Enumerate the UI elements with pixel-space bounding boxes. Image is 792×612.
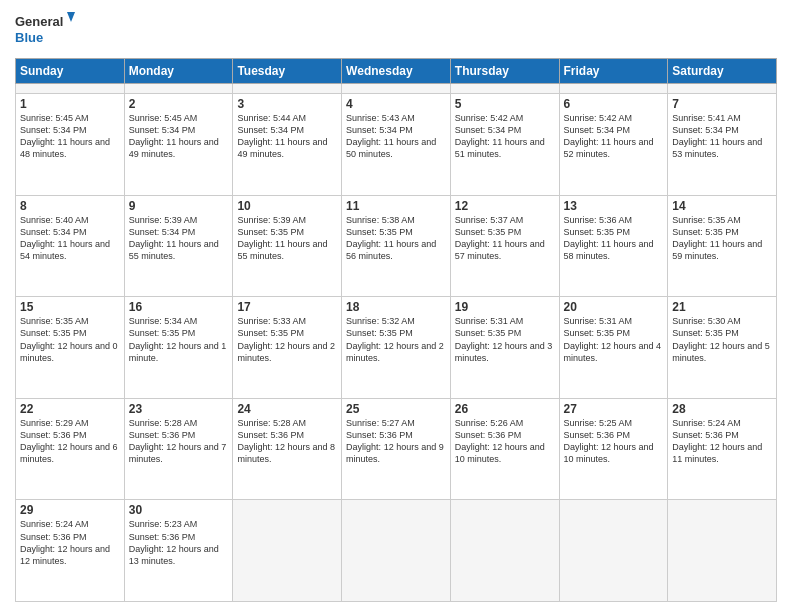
weekday-header-cell: Monday xyxy=(124,59,233,84)
calendar-day-cell: 6 Sunrise: 5:42 AM Sunset: 5:34 PM Dayli… xyxy=(559,94,668,196)
calendar-day-cell xyxy=(342,84,451,94)
weekday-header-cell: Tuesday xyxy=(233,59,342,84)
sunrise-label: Sunrise: 5:35 AM xyxy=(20,316,89,326)
daylight-label: Daylight: 12 hours and 12 minutes. xyxy=(20,544,110,566)
day-number: 11 xyxy=(346,199,446,213)
sunset-label: Sunset: 5:34 PM xyxy=(129,125,196,135)
calendar-day-cell: 23 Sunrise: 5:28 AM Sunset: 5:36 PM Dayl… xyxy=(124,398,233,500)
sunrise-label: Sunrise: 5:42 AM xyxy=(455,113,524,123)
calendar-day-cell: 8 Sunrise: 5:40 AM Sunset: 5:34 PM Dayli… xyxy=(16,195,125,297)
day-info: Sunrise: 5:42 AM Sunset: 5:34 PM Dayligh… xyxy=(564,112,664,161)
day-number: 4 xyxy=(346,97,446,111)
sunset-label: Sunset: 5:34 PM xyxy=(564,125,631,135)
calendar-day-cell xyxy=(233,500,342,602)
daylight-label: Daylight: 11 hours and 50 minutes. xyxy=(346,137,436,159)
logo: General Blue xyxy=(15,10,75,52)
sunrise-label: Sunrise: 5:24 AM xyxy=(20,519,89,529)
day-number: 1 xyxy=(20,97,120,111)
calendar-day-cell xyxy=(668,84,777,94)
day-info: Sunrise: 5:35 AM Sunset: 5:35 PM Dayligh… xyxy=(20,315,120,364)
sunset-label: Sunset: 5:34 PM xyxy=(129,227,196,237)
daylight-label: Daylight: 11 hours and 52 minutes. xyxy=(564,137,654,159)
calendar-day-cell xyxy=(16,84,125,94)
day-info: Sunrise: 5:43 AM Sunset: 5:34 PM Dayligh… xyxy=(346,112,446,161)
sunset-label: Sunset: 5:34 PM xyxy=(346,125,413,135)
calendar-day-cell xyxy=(559,84,668,94)
day-number: 29 xyxy=(20,503,120,517)
day-info: Sunrise: 5:45 AM Sunset: 5:34 PM Dayligh… xyxy=(129,112,229,161)
sunrise-label: Sunrise: 5:30 AM xyxy=(672,316,741,326)
day-number: 8 xyxy=(20,199,120,213)
sunrise-label: Sunrise: 5:39 AM xyxy=(237,215,306,225)
calendar-week-row: 15 Sunrise: 5:35 AM Sunset: 5:35 PM Dayl… xyxy=(16,297,777,399)
day-info: Sunrise: 5:45 AM Sunset: 5:34 PM Dayligh… xyxy=(20,112,120,161)
daylight-label: Daylight: 11 hours and 58 minutes. xyxy=(564,239,654,261)
calendar-day-cell: 19 Sunrise: 5:31 AM Sunset: 5:35 PM Dayl… xyxy=(450,297,559,399)
day-info: Sunrise: 5:34 AM Sunset: 5:35 PM Dayligh… xyxy=(129,315,229,364)
sunset-label: Sunset: 5:36 PM xyxy=(129,430,196,440)
daylight-label: Daylight: 11 hours and 54 minutes. xyxy=(20,239,110,261)
day-info: Sunrise: 5:42 AM Sunset: 5:34 PM Dayligh… xyxy=(455,112,555,161)
sunset-label: Sunset: 5:35 PM xyxy=(346,328,413,338)
day-info: Sunrise: 5:39 AM Sunset: 5:35 PM Dayligh… xyxy=(237,214,337,263)
calendar-body: 1 Sunrise: 5:45 AM Sunset: 5:34 PM Dayli… xyxy=(16,84,777,602)
sunrise-label: Sunrise: 5:34 AM xyxy=(129,316,198,326)
day-number: 26 xyxy=(455,402,555,416)
sunrise-label: Sunrise: 5:43 AM xyxy=(346,113,415,123)
day-info: Sunrise: 5:28 AM Sunset: 5:36 PM Dayligh… xyxy=(129,417,229,466)
calendar-day-cell xyxy=(124,84,233,94)
sunrise-label: Sunrise: 5:25 AM xyxy=(564,418,633,428)
calendar-day-cell: 15 Sunrise: 5:35 AM Sunset: 5:35 PM Dayl… xyxy=(16,297,125,399)
calendar-day-cell: 29 Sunrise: 5:24 AM Sunset: 5:36 PM Dayl… xyxy=(16,500,125,602)
sunrise-label: Sunrise: 5:31 AM xyxy=(564,316,633,326)
day-info: Sunrise: 5:24 AM Sunset: 5:36 PM Dayligh… xyxy=(20,518,120,567)
daylight-label: Daylight: 12 hours and 8 minutes. xyxy=(237,442,335,464)
sunrise-label: Sunrise: 5:26 AM xyxy=(455,418,524,428)
day-number: 12 xyxy=(455,199,555,213)
calendar-day-cell xyxy=(233,84,342,94)
day-info: Sunrise: 5:23 AM Sunset: 5:36 PM Dayligh… xyxy=(129,518,229,567)
day-number: 14 xyxy=(672,199,772,213)
daylight-label: Daylight: 11 hours and 57 minutes. xyxy=(455,239,545,261)
daylight-label: Daylight: 11 hours and 49 minutes. xyxy=(129,137,219,159)
day-info: Sunrise: 5:24 AM Sunset: 5:36 PM Dayligh… xyxy=(672,417,772,466)
day-number: 16 xyxy=(129,300,229,314)
sunset-label: Sunset: 5:36 PM xyxy=(20,532,87,542)
sunset-label: Sunset: 5:35 PM xyxy=(237,227,304,237)
day-info: Sunrise: 5:29 AM Sunset: 5:36 PM Dayligh… xyxy=(20,417,120,466)
sunset-label: Sunset: 5:35 PM xyxy=(564,227,631,237)
day-info: Sunrise: 5:28 AM Sunset: 5:36 PM Dayligh… xyxy=(237,417,337,466)
sunset-label: Sunset: 5:34 PM xyxy=(237,125,304,135)
daylight-label: Daylight: 12 hours and 10 minutes. xyxy=(455,442,545,464)
day-info: Sunrise: 5:32 AM Sunset: 5:35 PM Dayligh… xyxy=(346,315,446,364)
day-info: Sunrise: 5:40 AM Sunset: 5:34 PM Dayligh… xyxy=(20,214,120,263)
calendar-day-cell: 10 Sunrise: 5:39 AM Sunset: 5:35 PM Dayl… xyxy=(233,195,342,297)
day-number: 21 xyxy=(672,300,772,314)
daylight-label: Daylight: 12 hours and 11 minutes. xyxy=(672,442,762,464)
day-info: Sunrise: 5:33 AM Sunset: 5:35 PM Dayligh… xyxy=(237,315,337,364)
daylight-label: Daylight: 12 hours and 3 minutes. xyxy=(455,341,553,363)
daylight-label: Daylight: 12 hours and 1 minute. xyxy=(129,341,227,363)
calendar-day-cell: 9 Sunrise: 5:39 AM Sunset: 5:34 PM Dayli… xyxy=(124,195,233,297)
calendar: SundayMondayTuesdayWednesdayThursdayFrid… xyxy=(15,58,777,602)
sunrise-label: Sunrise: 5:35 AM xyxy=(672,215,741,225)
daylight-label: Daylight: 12 hours and 4 minutes. xyxy=(564,341,662,363)
day-number: 20 xyxy=(564,300,664,314)
calendar-day-cell xyxy=(450,500,559,602)
daylight-label: Daylight: 11 hours and 53 minutes. xyxy=(672,137,762,159)
calendar-day-cell: 26 Sunrise: 5:26 AM Sunset: 5:36 PM Dayl… xyxy=(450,398,559,500)
day-info: Sunrise: 5:37 AM Sunset: 5:35 PM Dayligh… xyxy=(455,214,555,263)
calendar-day-cell: 21 Sunrise: 5:30 AM Sunset: 5:35 PM Dayl… xyxy=(668,297,777,399)
weekday-header: SundayMondayTuesdayWednesdayThursdayFrid… xyxy=(16,59,777,84)
day-info: Sunrise: 5:31 AM Sunset: 5:35 PM Dayligh… xyxy=(564,315,664,364)
day-number: 23 xyxy=(129,402,229,416)
sunset-label: Sunset: 5:36 PM xyxy=(237,430,304,440)
day-info: Sunrise: 5:41 AM Sunset: 5:34 PM Dayligh… xyxy=(672,112,772,161)
day-info: Sunrise: 5:39 AM Sunset: 5:34 PM Dayligh… xyxy=(129,214,229,263)
sunrise-label: Sunrise: 5:23 AM xyxy=(129,519,198,529)
calendar-day-cell xyxy=(668,500,777,602)
svg-text:General: General xyxy=(15,14,63,29)
calendar-day-cell: 28 Sunrise: 5:24 AM Sunset: 5:36 PM Dayl… xyxy=(668,398,777,500)
sunset-label: Sunset: 5:35 PM xyxy=(564,328,631,338)
sunrise-label: Sunrise: 5:44 AM xyxy=(237,113,306,123)
